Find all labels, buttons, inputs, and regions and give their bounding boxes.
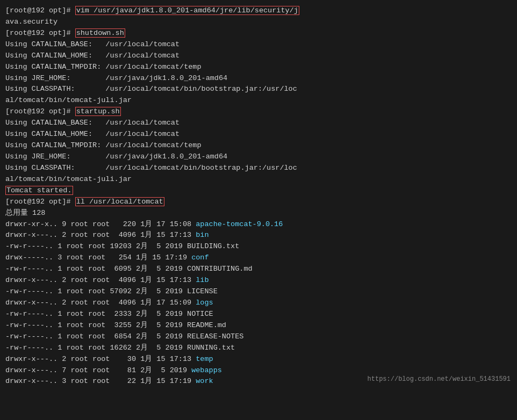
ls-entry-name: BUILDING.txt [187,242,239,250]
prompt: [root@192 opt]# [5,198,75,206]
terminal-line: drwxr-xr-x.. 9 root root 220 1月 17 15:08… [5,219,512,230]
ls-entry-meta: -rw-r----.. 1 root root 57092 2月 5 2019 [5,287,187,295]
ls-entry-meta: -rw-r----.. 1 root root 3255 2月 5 2019 [5,321,187,329]
terminal-line: -rw-r----.. 1 root root 6854 2月 5 2019 R… [5,331,512,343]
terminal-line: Using CATALINA_TMPDIR: /usr/local/tomcat… [5,62,512,73]
ls-entry-name: RUNNING.txt [187,344,235,352]
terminal-line: -rw-r----.. 1 root root 57092 2月 5 2019 … [5,286,512,298]
terminal-line: 总用量 128 [5,208,512,219]
prompt: [root@192 opt]# [5,107,75,115]
ls-entry-name: CONTRIBUTING.md [187,265,253,273]
prompt: [root@192 opt]# [5,29,75,37]
ls-entry-meta: drwxr-x---.. 2 root root 4096 1月 15 17:1… [5,276,196,284]
terminal-line: Using CATALINA_BASE: /usr/local/tomcat [5,118,512,129]
ls-entry-meta: -rw-r----.. 1 root root 6854 2月 5 2019 [5,332,187,341]
ls-entry-meta: drwxr-x---.. 7 root root 81 2月 5 2019 [5,366,191,374]
terminal-line: [root@192 opt]# shutdown.sh [5,28,512,39]
terminal-line: al/tomcat/bin/tomcat-juli.jar [5,174,512,185]
terminal-line: [root@192 opt]# ll /usr/local/tomcat [5,197,512,208]
ls-entry-meta: -rw-r----.. 1 root root 6095 2月 5 2019 [5,265,187,273]
ls-entry-meta: -rw-r----.. 1 root root 16262 2月 5 2019 [5,344,187,352]
terminal: [root@192 opt]# vim /usr/java/jdk1.8.0_2… [2,3,515,389]
terminal-line: [root@192 opt]# startup.sh [5,106,512,118]
terminal-line: drwxr-x---.. 2 root root 4096 1月 17 15:0… [5,298,512,309]
ls-entry-name: conf [191,254,209,262]
watermark: https://blog.csdn.net/weixin_51431591 [368,374,511,385]
prompt: [root@192 opt]# [5,6,75,15]
ls-entry-name: apache-tomcat-9.0.16 [196,220,283,228]
ls-entry-meta: -rw-r----.. 1 root root 19203 2月 5 2019 [5,242,187,250]
ls-entry-name: logs [196,299,213,307]
ls-entry-name: NOTICE [187,310,213,318]
ls-entry-meta: -rw-r----.. 1 root root 2333 2月 5 2019 [5,310,187,318]
terminal-line: drwxr-x---.. 2 root root 30 1月 15 17:13 … [5,354,512,365]
ls-entry-name: work [196,377,213,385]
terminal-line: [root@192 opt]# vim /usr/java/jdk1.8.0_2… [5,5,512,17]
ls-entry-name: LICENSE [187,287,218,295]
terminal-line: Using CLASSPATH: /usr/local/tomcat/bin/b… [5,163,512,174]
terminal-line: -rw-r----.. 1 root root 3255 2月 5 2019 R… [5,320,512,331]
terminal-line: -rw-r----.. 1 root root 6095 2月 5 2019 C… [5,264,512,275]
ls-entry-meta: drwxr-x---.. 3 root root 22 1月 15 17:19 [5,377,196,385]
terminal-line: Tomcat started. [5,185,512,197]
ls-entry-name: README.md [187,321,226,329]
command: shutdown.sh [75,28,125,38]
command: vim /usr/java/jdk1.8.0_201-amd64/jre/lib… [75,6,299,15]
ls-entry-name: temp [196,355,213,363]
terminal-line: Using CLASSPATH: /usr/local/tomcat/bin/b… [5,84,512,95]
terminal-line: Using JRE_HOME: /usr/java/jdk1.8.0_201-a… [5,73,512,84]
terminal-line: al/tomcat/bin/tomcat-juli.jar [5,95,512,106]
terminal-line: -rw-r----.. 1 root root 16262 2月 5 2019 … [5,343,512,354]
terminal-line: Using CATALINA_HOME: /usr/local/tomcat [5,50,512,62]
ls-entry-meta: drwx-----.. 3 root root 254 1月 15 17:19 [5,254,191,262]
tomcat-started-text: Tomcat started. [5,186,73,195]
ls-entry-meta: drwxr-xr-x.. 9 root root 220 1月 17 15:08 [5,220,196,228]
terminal-line: ava.security [5,17,512,28]
terminal-line: drwxr-x---.. 2 root root 4096 1月 15 17:1… [5,275,512,286]
terminal-line: -rw-r----.. 1 root root 19203 2月 5 2019 … [5,241,512,252]
terminal-line: Using CATALINA_BASE: /usr/local/tomcat [5,39,512,50]
terminal-line: drwx-----.. 3 root root 254 1月 15 17:19 … [5,252,512,264]
ls-entry-meta: drwxr-x---.. 2 root root 4096 1月 17 15:0… [5,299,196,307]
terminal-line: -rw-r----.. 1 root root 2333 2月 5 2019 N… [5,309,512,320]
terminal-line: Using CATALINA_TMPDIR: /usr/local/tomcat… [5,140,512,151]
terminal-line: Using CATALINA_HOME: /usr/local/tomcat [5,129,512,140]
terminal-line: drwxr-x---.. 2 root root 4096 1月 15 17:1… [5,230,512,241]
ls-entry-meta: drwxr-x---.. 2 root root 30 1月 15 17:13 [5,355,196,363]
terminal-container: [root@192 opt]# vim /usr/java/jdk1.8.0_2… [2,3,515,389]
ls-entry-name: bin [196,231,209,239]
ls-entry-name: webapps [191,366,222,374]
command: ll /usr/local/tomcat [75,197,164,206]
ls-entry-name: RELEASE-NOTES [187,332,243,341]
terminal-line: Using JRE_HOME: /usr/java/jdk1.8.0_201-a… [5,151,512,163]
ls-entry-name: lib [196,276,209,284]
ls-entry-meta: drwxr-x---.. 2 root root 4096 1月 15 17:1… [5,231,196,239]
command: startup.sh [75,107,121,116]
